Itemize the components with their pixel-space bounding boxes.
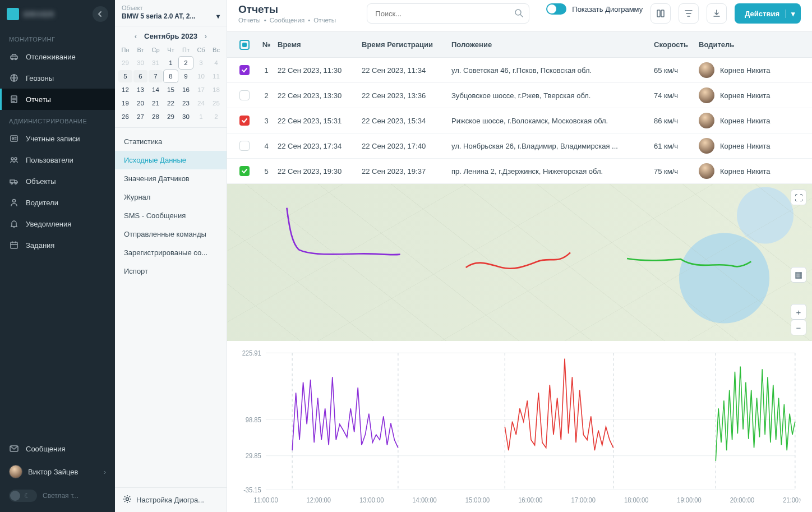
calendar-day[interactable]: 6 bbox=[133, 70, 147, 82]
row-checkbox[interactable] bbox=[239, 65, 250, 75]
diagram-toggle[interactable]: Показать Диограмму bbox=[546, 3, 643, 15]
calendar-day[interactable]: 16 bbox=[179, 84, 193, 96]
theme-toggle[interactable]: ☀☾ Светлая т... bbox=[0, 484, 115, 508]
calendar-day[interactable]: 25 bbox=[209, 97, 223, 109]
report-type-item[interactable]: Отправленные команды bbox=[115, 225, 227, 243]
breadcrumb-item[interactable]: Отчеты bbox=[313, 17, 336, 24]
calendar-day[interactable]: 17 bbox=[194, 84, 208, 96]
download-button[interactable] bbox=[707, 3, 727, 24]
calendar-day[interactable]: 26 bbox=[118, 110, 132, 123]
map[interactable]: ⛶ ▦ + − bbox=[227, 184, 812, 341]
calendar-day[interactable]: 4 bbox=[209, 57, 223, 69]
sidebar-item-globe[interactable]: Геозоны bbox=[0, 67, 115, 89]
calendar-day[interactable]: 5 bbox=[118, 70, 132, 82]
table-row[interactable]: 4 22 Сен 2023, 17:34 22 Сен 2023, 17:40 … bbox=[227, 133, 812, 159]
calendar-day[interactable]: 10 bbox=[194, 70, 208, 82]
table-header: № Время Время Регистрации Положение Скор… bbox=[227, 32, 812, 58]
calendar-day[interactable]: 18 bbox=[209, 84, 223, 96]
object-selector[interactable]: Объект BMW 5 seria 2.0 AT, 2... ▾ bbox=[115, 0, 227, 26]
report-type-item[interactable]: SMS - Сообщения bbox=[115, 206, 227, 225]
calendar-day[interactable]: 27 bbox=[133, 110, 147, 123]
sidebar-item-id[interactable]: Учетные записи bbox=[0, 128, 115, 149]
report-type-item[interactable]: Зарегистрированые со... bbox=[115, 243, 227, 262]
calendar-day[interactable]: 19 bbox=[118, 97, 132, 109]
sidebar-item-messages[interactable]: Сообщения bbox=[0, 438, 115, 459]
sidebar: DRIVER МОНИТОРИНГ ОтслеживаниеГеозоныОтч… bbox=[0, 0, 115, 512]
diagram-settings-button[interactable]: Настройка Диогра... bbox=[115, 487, 227, 512]
sidebar-item-bell[interactable]: Уведомления bbox=[0, 213, 115, 234]
page-title: Отчеты bbox=[238, 3, 339, 16]
svg-point-15 bbox=[126, 498, 129, 501]
calendar-day[interactable]: 31 bbox=[149, 57, 163, 69]
sidebar-item-truck[interactable]: Объекты bbox=[0, 170, 115, 192]
search-input[interactable] bbox=[367, 3, 529, 24]
table-row[interactable]: 3 22 Сен 2023, 15:31 22 Сен 2023, 15:34 … bbox=[227, 108, 812, 133]
map-zoom-out-button[interactable]: − bbox=[791, 320, 806, 335]
map-layers-button[interactable]: ▦ bbox=[791, 267, 806, 283]
calendar-day[interactable]: 9 bbox=[179, 70, 193, 82]
table-row[interactable]: 1 22 Сен 2023, 11:30 22 Сен 2023, 11:34 … bbox=[227, 58, 812, 83]
row-checkbox[interactable] bbox=[239, 90, 250, 100]
cal-prev-button[interactable]: ‹ bbox=[131, 31, 141, 41]
cal-next-button[interactable]: › bbox=[201, 31, 211, 41]
sidebar-item-user[interactable]: Водители bbox=[0, 192, 115, 213]
calendar-day[interactable]: 15 bbox=[164, 84, 178, 96]
report-type-item[interactable]: Исходные Данные bbox=[115, 151, 227, 169]
breadcrumb-item[interactable]: Сообщения bbox=[270, 17, 304, 24]
filter-button[interactable] bbox=[679, 3, 699, 24]
calendar-day[interactable]: 12 bbox=[118, 84, 132, 96]
search-icon[interactable] bbox=[514, 8, 524, 20]
truck-icon bbox=[9, 176, 19, 186]
report-type-item[interactable]: Испорт bbox=[115, 262, 227, 280]
svg-text:-35.15: -35.15 bbox=[243, 486, 261, 494]
calendar-day[interactable]: 7 bbox=[149, 70, 163, 82]
report-type-item[interactable]: Журнал bbox=[115, 188, 227, 206]
calendar-day[interactable]: 1 bbox=[164, 57, 178, 69]
calendar-day[interactable]: 24 bbox=[194, 97, 208, 109]
calendar-day[interactable]: 11 bbox=[209, 70, 223, 82]
table-row[interactable]: 2 22 Сен 2023, 13:30 22 Сен 2023, 13:36 … bbox=[227, 83, 812, 108]
sidebar-item-file[interactable]: Отчеты bbox=[0, 89, 115, 110]
object-label: Объект bbox=[122, 4, 220, 11]
actions-button[interactable]: Действия ▾ bbox=[735, 3, 801, 24]
calendar-day[interactable]: 2 bbox=[179, 57, 193, 69]
calendar-day[interactable]: 1 bbox=[194, 110, 208, 123]
sidebar-item-people[interactable]: Пользователи bbox=[0, 149, 115, 170]
calendar-day[interactable]: 2 bbox=[209, 110, 223, 123]
calendar-day[interactable]: 28 bbox=[149, 110, 163, 123]
map-fullscreen-button[interactable]: ⛶ bbox=[791, 190, 806, 205]
report-type-item[interactable]: Значения Датчиков bbox=[115, 169, 227, 188]
calendar-day[interactable]: 14 bbox=[149, 84, 163, 96]
select-all-checkbox[interactable] bbox=[239, 40, 250, 50]
collapse-sidebar-button[interactable] bbox=[93, 6, 108, 22]
calendar-day[interactable]: 8 bbox=[164, 70, 178, 82]
message-icon bbox=[9, 444, 19, 454]
row-checkbox[interactable] bbox=[239, 116, 250, 126]
row-checkbox[interactable] bbox=[239, 166, 250, 176]
breadcrumb-item[interactable]: Отчеты bbox=[238, 17, 261, 24]
col-loc: Положение bbox=[451, 40, 654, 49]
calendar-day[interactable]: 29 bbox=[164, 110, 178, 123]
calendar-day[interactable]: 13 bbox=[133, 84, 147, 96]
svg-text:17:00:00: 17:00:00 bbox=[571, 496, 596, 505]
sidebar-item-calendar[interactable]: Задания bbox=[0, 234, 115, 256]
calendar-day[interactable]: 30 bbox=[179, 110, 193, 123]
calendar-day[interactable]: 29 bbox=[118, 57, 132, 69]
report-type-item[interactable]: Статистика bbox=[115, 132, 227, 151]
calendar-day[interactable]: 3 bbox=[194, 57, 208, 69]
columns-button[interactable] bbox=[650, 3, 671, 24]
user-menu[interactable]: Виктор Зайцев › bbox=[0, 459, 115, 484]
calendar-day[interactable]: 21 bbox=[149, 97, 163, 109]
table-row[interactable]: 5 22 Сен 2023, 19:30 22 Сен 2023, 19:37 … bbox=[227, 159, 812, 184]
map-zoom-in-button[interactable]: + bbox=[791, 304, 806, 320]
driver-name: Корнев Никита bbox=[720, 117, 771, 125]
calendar: ‹ Сентябрь 2023 › ПнВтСрЧтПтСбВс29303112… bbox=[115, 26, 227, 128]
svg-point-7 bbox=[11, 158, 13, 160]
section-monitoring: МОНИТОРИНГ bbox=[0, 28, 115, 46]
calendar-day[interactable]: 23 bbox=[179, 97, 193, 109]
calendar-day[interactable]: 22 bbox=[164, 97, 178, 109]
calendar-day[interactable]: 20 bbox=[133, 97, 147, 109]
sidebar-item-car[interactable]: Отслеживание bbox=[0, 46, 115, 67]
calendar-day[interactable]: 30 bbox=[133, 57, 147, 69]
row-checkbox[interactable] bbox=[239, 141, 250, 151]
